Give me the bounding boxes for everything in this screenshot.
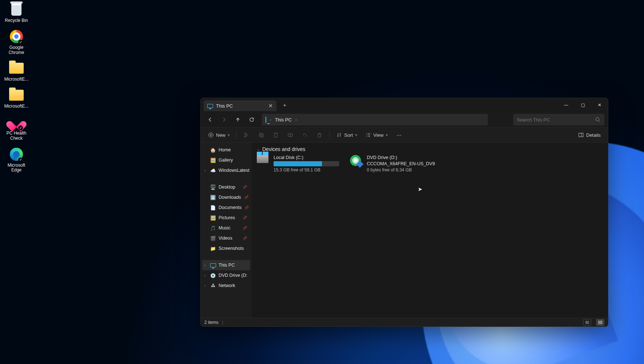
sidebar-item-dvd[interactable]: ›💿DVD Drive (D:) C (202, 270, 250, 280)
sidebar-item-network[interactable]: ›🖧Network (202, 280, 250, 291)
sidebar-item-screenshots[interactable]: 📁Screenshots (202, 243, 250, 253)
pin-icon[interactable]: 📌 (242, 236, 247, 241)
dvd-icon (350, 155, 361, 166)
toolbar: New ▾ Sort ▾ View ▾ ⋯ Details (201, 127, 608, 143)
details-pane-button[interactable]: Details (575, 129, 604, 140)
desktop-icon-label: Recycle Bin (5, 18, 28, 23)
desktop-icons: Recycle Bin ✓ Google Chrome MicrosoftE..… (0, 2, 33, 173)
storage-bar (274, 161, 339, 166)
network-icon: 🖧 (210, 283, 216, 289)
desktop-icon: 🖥️ (210, 184, 216, 190)
drive-freespace: 15.3 GB free of 59.1 GB (274, 167, 339, 173)
breadcrumb[interactable]: › This PC › (262, 114, 488, 125)
toolbar-label: New (216, 132, 225, 138)
chevron-right-icon[interactable]: › (204, 274, 205, 278)
search-icon (595, 117, 601, 123)
dvd-icon: 💿 (210, 272, 216, 278)
sidebar-item-music[interactable]: 🎵Music📌 (202, 223, 250, 233)
svg-rect-4 (259, 133, 262, 136)
desktop-icon-label: PC Health Check (2, 131, 31, 141)
svg-rect-11 (601, 321, 602, 322)
sidebar-item-windowslatest[interactable]: › ☁️ WindowsLatest (202, 165, 250, 175)
folder-icon: 📁 (210, 245, 216, 251)
sort-button[interactable]: Sort ▾ (333, 129, 360, 140)
pin-icon[interactable]: 📌 (244, 195, 249, 200)
sidebar-item-home[interactable]: 🏠 Home (202, 145, 250, 155)
delete-button[interactable] (313, 129, 326, 140)
share-button[interactable] (299, 129, 311, 140)
drive-dvd-d[interactable]: DVD Drive (D:) CCCOMA_X64FRE_EN-US_DV9 0… (350, 155, 435, 173)
view-tiles-button[interactable] (596, 319, 604, 326)
svg-point-0 (596, 118, 599, 121)
chevron-right-icon[interactable]: › (204, 263, 205, 267)
pin-icon[interactable]: 📌 (242, 216, 247, 220)
disk-icon (257, 155, 268, 163)
pc-icon (266, 117, 266, 123)
chevron-right-icon[interactable]: › (204, 284, 205, 288)
sidebar-label: Pictures (219, 215, 235, 220)
desktop-icon-recycle-bin[interactable]: Recycle Bin (2, 2, 31, 23)
pc-icon (210, 262, 216, 268)
view-button[interactable]: View ▾ (362, 129, 391, 140)
new-tab-button[interactable]: ＋ (279, 100, 290, 110)
pin-icon[interactable]: 📌 (244, 205, 249, 210)
titlebar[interactable]: This PC ✕ ＋ — ▢ ✕ (201, 98, 608, 112)
cut-button[interactable] (240, 129, 253, 140)
svg-rect-7 (275, 133, 276, 133)
tab-title: This PC (216, 103, 233, 109)
svg-rect-9 (579, 133, 583, 137)
sidebar-item-this-pc[interactable]: ›This PC (202, 260, 250, 270)
shortcut-badge-icon: ✓ (18, 40, 23, 44)
group-header[interactable]: ⌄ Devices and drives (257, 146, 603, 152)
sidebar-item-downloads[interactable]: ⬇️Downloads📌 (202, 192, 250, 202)
sidebar-label: Screenshots (219, 246, 244, 251)
view-details-button[interactable] (583, 319, 591, 326)
desktop-icon-chrome[interactable]: ✓ Google Chrome (2, 29, 31, 55)
sidebar-item-gallery[interactable]: 🖼️ Gallery (202, 155, 250, 165)
downloads-icon: ⬇️ (210, 194, 216, 200)
desktop-icon-folder-ms2[interactable]: MicrosoftE... (2, 88, 31, 109)
content-pane[interactable]: ⌄ Devices and drives Local Disk (C:) 15.… (252, 143, 608, 318)
pin-icon[interactable]: 📌 (242, 185, 247, 190)
onedrive-icon: ☁️ (210, 167, 216, 173)
tab-close-button[interactable]: ✕ (268, 103, 273, 109)
chevron-right-icon[interactable]: › (204, 169, 205, 173)
desktop-icon-pc-health[interactable]: ✓ PC Health Check (2, 115, 31, 141)
tab-this-pc[interactable]: This PC ✕ (204, 100, 276, 111)
toolbar-label: Details (586, 132, 601, 138)
copy-button[interactable] (255, 129, 267, 140)
sidebar-item-desktop[interactable]: 🖥️Desktop📌 (202, 182, 250, 192)
up-button[interactable] (232, 114, 244, 125)
file-explorer-window: This PC ✕ ＋ — ▢ ✕ › This PC › (200, 98, 608, 327)
forward-button[interactable] (218, 114, 230, 125)
chevron-down-icon: ▾ (386, 133, 388, 138)
search-input[interactable] (517, 117, 592, 123)
desktop-icon-label: MicrosoftE... (4, 104, 29, 109)
more-button[interactable]: ⋯ (393, 129, 405, 140)
new-button[interactable]: New ▾ (205, 129, 233, 140)
desktop-icon-folder-ms1[interactable]: MicrosoftE... (2, 61, 31, 82)
chevron-right-icon: › (270, 117, 271, 122)
toolbar-label: Sort (344, 132, 353, 138)
sidebar-label: Home (219, 147, 231, 152)
pin-icon[interactable]: 📌 (242, 226, 247, 231)
sidebar-item-pictures[interactable]: 🖼️Pictures📌 (202, 213, 250, 223)
desktop-icon-edge[interactable]: ✓ Microsoft Edge (2, 147, 31, 173)
drive-local-c[interactable]: Local Disk (C:) 15.3 GB free of 59.1 GB (257, 155, 339, 173)
cursor-icon: ➤ (418, 186, 423, 193)
search-box[interactable] (513, 114, 604, 125)
paste-button[interactable] (270, 129, 282, 140)
close-button[interactable]: ✕ (591, 98, 608, 112)
rename-button[interactable] (284, 129, 297, 140)
svg-rect-6 (274, 133, 277, 137)
minimize-button[interactable]: — (558, 98, 574, 112)
refresh-button[interactable] (246, 114, 258, 125)
breadcrumb-item[interactable]: This PC (275, 117, 292, 123)
maximize-button[interactable]: ▢ (574, 98, 591, 112)
chevron-right-icon: › (295, 117, 297, 122)
back-button[interactable] (204, 114, 216, 125)
drive-name: Local Disk (C:) (274, 155, 339, 160)
nav-row: › This PC › (201, 112, 608, 127)
sidebar-item-documents[interactable]: 📄Documents📌 (202, 202, 250, 213)
sidebar-item-videos[interactable]: 🎬Videos📌 (202, 233, 250, 243)
